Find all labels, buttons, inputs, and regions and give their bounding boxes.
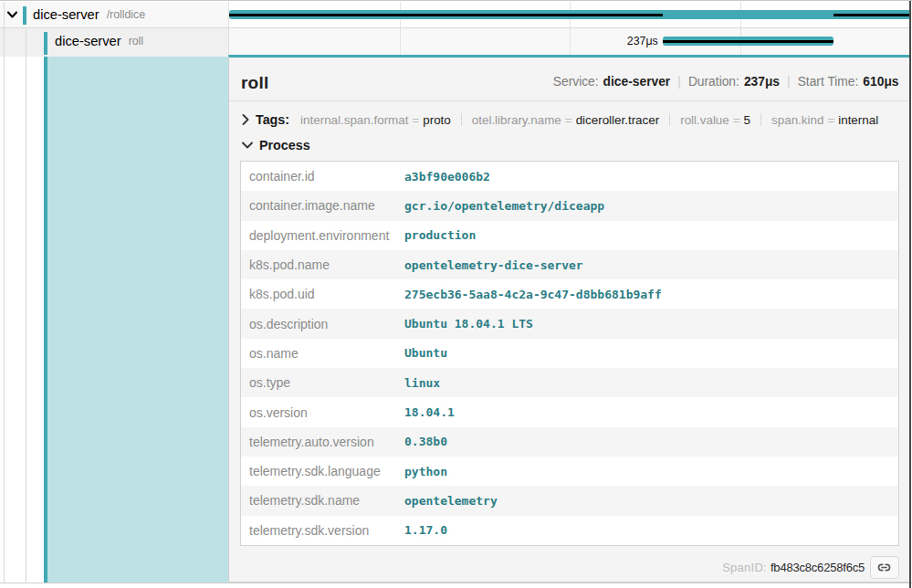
process-table-row[interactable]: k8s.pod.nameopentelemetry-dice-server xyxy=(241,250,898,279)
process-table-row[interactable]: container.ida3bf90e006b2 xyxy=(241,162,898,191)
operation-name: /rolldice xyxy=(107,8,145,21)
process-table-row[interactable]: deployment.environmentproduction xyxy=(241,221,898,250)
span-detail-accent-fill[interactable] xyxy=(47,55,228,583)
trace-timeline-page: dice-server /rolldice dice-server roll 2… xyxy=(0,0,912,588)
process-table-row[interactable]: telemetry.sdk.nameopentelemetry xyxy=(241,486,898,515)
critical-path-segment xyxy=(663,40,833,44)
page-bottom-border xyxy=(0,583,912,583)
overview-value: 237μs xyxy=(744,75,780,89)
process-key: os.description xyxy=(241,317,397,331)
tag-summary-item: roll.value=5 xyxy=(680,113,750,127)
span-rows: dice-server /rolldice dice-server roll 2… xyxy=(0,2,911,55)
overview-value: 610μs xyxy=(863,75,898,89)
tag-separator xyxy=(461,113,462,126)
tag-separator xyxy=(760,113,761,126)
service-color-bar xyxy=(44,32,47,55)
process-label: Process xyxy=(259,138,310,152)
span-row-rolldice[interactable]: dice-server /rolldice xyxy=(0,2,911,28)
service-name: dice-server xyxy=(33,7,100,22)
spanid-value[interactable]: fb483c8c6258f6c5 xyxy=(770,561,865,574)
deep-link-button[interactable] xyxy=(870,556,899,579)
process-table-row[interactable]: telemetry.auto.version0.38b0 xyxy=(241,427,898,457)
process-value: 0.38b0 xyxy=(397,435,898,448)
process-key: os.type xyxy=(241,375,397,390)
span-timeline-cell-rolldice[interactable] xyxy=(228,2,911,27)
process-accordian[interactable]: Process xyxy=(229,132,909,157)
process-value: Ubuntu xyxy=(397,346,898,360)
span-duration-label: 237μs xyxy=(627,28,663,55)
process-value: 18.04.1 xyxy=(397,405,898,419)
timeline-gridline xyxy=(400,28,401,55)
spanid-label: SpanID: xyxy=(722,561,767,574)
overview-separator: | xyxy=(677,74,681,89)
process-value: a3bf90e006b2 xyxy=(397,170,898,184)
window-right-edge xyxy=(909,1,911,588)
process-value: 1.17.0 xyxy=(397,523,898,537)
operation-name: roll xyxy=(129,35,143,47)
process-key: container.id xyxy=(241,169,397,184)
tag-key: roll.value xyxy=(680,113,729,127)
tags-label: Tags: xyxy=(256,112,289,127)
tag-summary: internal.span.format=proto otel.library.… xyxy=(300,113,878,127)
indent-guide xyxy=(26,29,26,583)
tag-separator xyxy=(669,113,670,126)
span-name-cell-rolldice[interactable]: dice-server /rolldice xyxy=(0,2,228,27)
selected-row-bg-strip xyxy=(0,55,228,58)
tag-equals: = xyxy=(408,113,423,127)
tag-value: 5 xyxy=(744,113,750,127)
process-key: k8s.pod.name xyxy=(241,257,397,272)
span-overview-items: Service:dice-server | Duration:237μs | S… xyxy=(553,60,899,103)
span-detail-row: roll Service:dice-server | Duration:237μ… xyxy=(0,55,912,583)
process-key: telemetry.auto.version xyxy=(241,435,397,449)
span-detail-panel: roll Service:dice-server | Duration:237μ… xyxy=(228,55,910,583)
process-key: telemetry.sdk.language xyxy=(241,464,397,478)
process-table-row[interactable]: k8s.pod.uid275ecb36-5aa8-4c2a-9c47-d8bb6… xyxy=(241,279,898,309)
process-table-row[interactable]: os.typelinux xyxy=(241,368,898,397)
process-table-row[interactable]: os.version18.04.1 xyxy=(241,397,898,426)
link-icon xyxy=(876,560,892,575)
process-key: container.image.name xyxy=(241,198,397,213)
chevron-down-icon[interactable] xyxy=(7,11,17,18)
chevron-down-icon xyxy=(242,142,253,149)
tag-value: internal xyxy=(838,113,878,127)
tag-equals: = xyxy=(823,113,838,127)
span-timeline-cell-roll[interactable]: 237μs xyxy=(228,28,911,55)
critical-path-segment xyxy=(833,14,911,17)
tag-value: diceroller.tracer xyxy=(576,113,660,127)
process-table-row[interactable]: telemetry.sdk.languagepython xyxy=(241,457,898,486)
overview-value: dice-server xyxy=(603,75,671,89)
span-detail-footer: SpanID: fb483c8c6258f6c5 xyxy=(722,556,898,579)
timeline-gridline xyxy=(570,28,571,55)
process-key: deployment.environment xyxy=(241,228,397,243)
tag-summary-item: internal.span.format=proto xyxy=(300,113,451,127)
tags-accordian[interactable]: Tags: internal.span.format=proto otel.li… xyxy=(229,108,909,132)
tag-summary-item: span.kind=internal xyxy=(771,113,878,127)
process-key: os.name xyxy=(241,346,397,361)
process-value: production xyxy=(397,228,898,242)
process-table-row[interactable]: os.nameUbuntu xyxy=(241,339,898,368)
span-row-roll[interactable]: dice-server roll 237μs xyxy=(0,28,911,55)
critical-path-segment xyxy=(229,14,663,17)
process-table-row[interactable]: os.descriptionUbuntu 18.04.1 LTS xyxy=(241,309,898,338)
overview-label: Start Time: xyxy=(798,75,859,89)
span-name-cell-roll[interactable]: dice-server roll xyxy=(0,28,228,55)
span-detail-header: roll Service:dice-server | Duration:237μ… xyxy=(229,58,909,101)
process-key: telemetry.sdk.version xyxy=(241,523,397,538)
tag-value: proto xyxy=(423,113,451,127)
service-color-bar xyxy=(23,6,26,25)
tag-key: span.kind xyxy=(771,113,823,127)
tag-equals: = xyxy=(561,113,576,127)
overview-label: Service: xyxy=(553,75,599,89)
overview-label: Duration: xyxy=(688,75,739,89)
tag-summary-item: otel.library.name=diceroller.tracer xyxy=(472,113,659,127)
process-value: 275ecb36-5aa8-4c2a-9c47-d8bb681b9aff xyxy=(397,288,898,301)
indent-guide xyxy=(4,2,5,583)
span-detail-left-column[interactable] xyxy=(0,55,228,583)
process-table-row[interactable]: telemetry.sdk.version1.17.0 xyxy=(241,516,898,545)
process-key: os.version xyxy=(241,405,397,420)
tag-key: internal.span.format xyxy=(300,113,408,127)
overview-separator: | xyxy=(787,74,791,89)
process-table-row[interactable]: container.image.namegcr.io/opentelemetry… xyxy=(241,191,898,220)
process-value: opentelemetry-dice-server xyxy=(397,258,898,272)
process-key: k8s.pod.uid xyxy=(241,287,397,301)
